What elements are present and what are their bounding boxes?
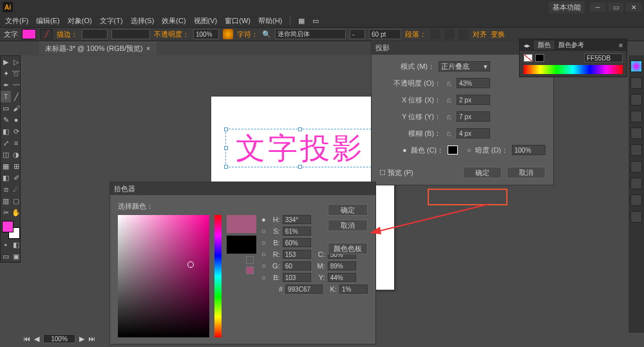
color-panel-toggle-icon[interactable]: ◂▸ [520, 42, 534, 49]
shadow-color-swatch[interactable] [448, 145, 458, 155]
hex-input[interactable]: FF55DB [584, 53, 623, 62]
preview-checkbox[interactable]: ☐ [379, 169, 388, 176]
dock-gradient-icon[interactable] [630, 144, 642, 156]
nav-first-icon[interactable]: ⏮ [23, 335, 30, 342]
nav-last-icon[interactable]: ⏭ [88, 335, 95, 342]
selection-tool[interactable]: ▶ [1, 56, 11, 68]
minimize-button[interactable]: ─ [590, 3, 605, 12]
text-frame[interactable]: 文字投影 [225, 129, 375, 167]
pencil-tool[interactable]: ✎ [1, 114, 11, 126]
blur-input[interactable]: 4 px [457, 128, 490, 138]
dock-symbol-icon[interactable] [630, 111, 642, 122]
fill-mode-icon[interactable]: ▪ [1, 239, 11, 250]
align-center-icon[interactable] [444, 29, 455, 39]
color-swatches-button[interactable]: 颜色色板 [328, 243, 368, 254]
rectangle-tool[interactable]: ▭ [1, 102, 11, 114]
workspace-mode[interactable]: 基本功能 [549, 1, 585, 14]
width-tool[interactable]: ≡ [11, 137, 21, 149]
symbol-tool[interactable]: ☄ [11, 183, 21, 195]
stroke-swatch[interactable]: ╱ [40, 29, 53, 39]
bv-input[interactable]: 103 [283, 273, 311, 282]
font-size-field[interactable]: 60 pt [369, 29, 401, 39]
screen-mode2-icon[interactable]: ▣ [11, 250, 21, 262]
type-tool[interactable]: T [1, 91, 11, 102]
stroke-weight-field[interactable] [82, 29, 108, 39]
picker-ring-icon[interactable] [187, 261, 194, 268]
dock-stroke-icon[interactable] [630, 127, 642, 139]
hue-slider[interactable] [214, 215, 222, 337]
handle-icon[interactable] [224, 127, 228, 131]
shape-builder-tool[interactable]: ◑ [11, 149, 21, 160]
brush-tool[interactable]: 🖌 [11, 102, 21, 114]
spectrum-strip[interactable] [524, 65, 623, 74]
menu-select[interactable]: 选择(S) [128, 16, 157, 26]
menu-type[interactable]: 文字(T) [97, 16, 126, 26]
align-right-icon[interactable] [459, 29, 469, 39]
k-input[interactable]: 1% [339, 285, 368, 294]
r-input[interactable]: 153 [283, 250, 311, 259]
menu-file[interactable]: 文件(F) [3, 16, 31, 26]
hex-input[interactable]: 993C67 [285, 285, 323, 294]
screen-mode-icon[interactable]: ▭ [1, 250, 11, 262]
m-input[interactable]: 89% [328, 261, 356, 270]
g-input[interactable]: 60 [283, 261, 311, 270]
align-left-icon[interactable] [430, 29, 440, 39]
pen-tool[interactable]: ✒ [1, 79, 11, 91]
dock-color-icon[interactable] [630, 61, 642, 72]
fill-swatch[interactable] [22, 29, 36, 39]
nav-prev-icon[interactable]: ◀ [34, 335, 39, 343]
stroke-style-field[interactable] [111, 29, 150, 39]
menu-window[interactable]: 窗口(W) [222, 16, 253, 26]
free-transform-tool[interactable]: ◫ [1, 149, 11, 160]
nav-next-icon[interactable]: ▶ [79, 335, 84, 343]
link-icon[interactable]: ⎌ [445, 113, 453, 120]
ok-button[interactable]: 确定 [463, 167, 502, 178]
darkness-input[interactable]: 100% [512, 145, 545, 155]
recolor-icon[interactable] [223, 29, 233, 39]
dock-brush-icon[interactable] [630, 94, 642, 106]
document-tab[interactable]: 未标题-3* @ 100% (RGB/预览) × [39, 42, 156, 55]
arrange-icon[interactable]: ▭ [310, 17, 321, 25]
mesh-tool[interactable]: ⊞ [11, 160, 21, 172]
link-icon[interactable]: ⎌ [445, 96, 453, 104]
tab-color-guide[interactable]: 颜色参考 [554, 41, 588, 50]
y-offset-input[interactable]: 7 px [457, 111, 490, 122]
handle-icon[interactable] [224, 146, 228, 150]
g-radio[interactable]: ○ [261, 262, 266, 270]
cancel-button[interactable]: 取消 [507, 167, 545, 178]
color-radio[interactable]: ● [402, 146, 407, 154]
lasso-tool[interactable]: ➰ [11, 68, 21, 79]
color-well[interactable] [1, 220, 20, 239]
fill-mini-swatch[interactable] [524, 54, 533, 62]
dock-appearance-icon[interactable] [630, 178, 642, 189]
menu-object[interactable]: 对象(O) [65, 16, 95, 26]
dock-swatch-icon[interactable] [630, 77, 642, 89]
gradient-tool[interactable]: ◧ [1, 172, 11, 183]
r-radio[interactable]: ○ [261, 250, 266, 258]
opacity-input[interactable]: 43% [457, 78, 490, 88]
menu-help[interactable]: 帮助(H) [256, 16, 285, 26]
fill-color-icon[interactable] [2, 221, 14, 232]
dock-transparency-icon[interactable] [630, 161, 642, 173]
line-tool[interactable]: ╱ [11, 91, 21, 102]
close-button[interactable]: ✕ [626, 3, 641, 12]
artboard-tool[interactable]: ▢ [11, 195, 21, 207]
s-input[interactable]: 61% [283, 227, 311, 236]
dark-radio[interactable]: ○ [467, 146, 471, 154]
font-family-field[interactable]: 迷你简启体 [275, 29, 346, 39]
hand-tool[interactable]: ✋ [11, 207, 21, 218]
rotate-tool[interactable]: ⟳ [11, 126, 21, 137]
x-offset-input[interactable]: 2 px [457, 95, 490, 105]
scale-tool[interactable]: ⤢ [1, 137, 11, 149]
gradient-mode-icon[interactable]: ◧ [11, 239, 21, 250]
menu-effect[interactable]: 效果(C) [159, 16, 188, 26]
picker-cancel-button[interactable]: 取消 [328, 220, 368, 231]
zoom-field[interactable]: 100% [43, 334, 75, 343]
search-icon[interactable]: 🔍 [262, 30, 271, 39]
panel-menu-icon[interactable]: ≡ [615, 42, 627, 49]
b-input[interactable]: 60% [283, 238, 311, 247]
h-radio[interactable]: ● [261, 216, 266, 223]
tab-color[interactable]: 颜色 [534, 41, 554, 50]
menu-view[interactable]: 视图(V) [191, 16, 220, 26]
websafe-icon[interactable] [246, 267, 254, 274]
